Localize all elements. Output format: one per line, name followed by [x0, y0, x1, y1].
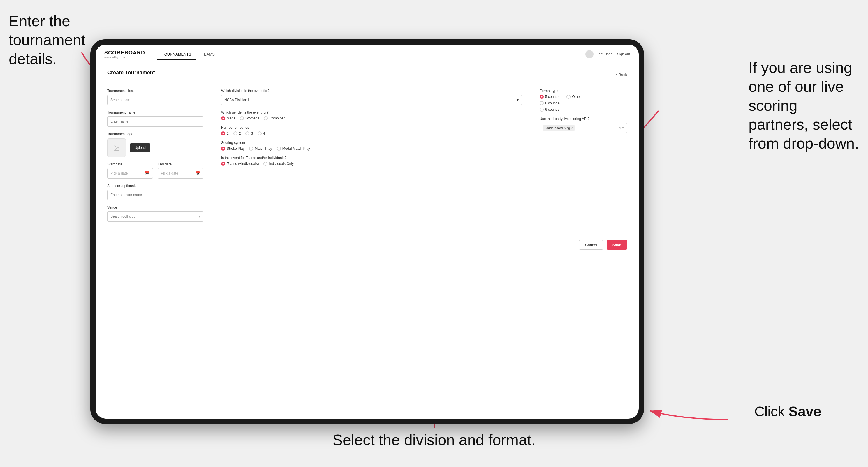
rounds-1[interactable]: 1: [221, 131, 229, 135]
format-group: Format type 5 count 4 Other: [539, 89, 627, 112]
live-scoring-label: Use third-party live scoring API?: [539, 117, 627, 121]
tournament-name-input[interactable]: [107, 116, 204, 127]
col-right: Format type 5 count 4 Other: [539, 89, 627, 227]
start-date-input[interactable]: Pick a date 📅: [107, 168, 153, 179]
format-6c4-label: 6 count 4: [545, 101, 559, 105]
gender-womens-radio[interactable]: [240, 116, 244, 120]
teams-teams-label: Teams (+Individuals): [227, 162, 259, 166]
teams-teams-radio[interactable]: [221, 162, 225, 166]
save-button[interactable]: Save: [607, 240, 627, 250]
annotation-bottom-right: Click Save: [754, 403, 859, 421]
scoring-stroke[interactable]: Stroke Play: [221, 147, 244, 151]
calendar-icon-end: 📅: [195, 171, 200, 176]
scoring-match[interactable]: Match Play: [249, 147, 272, 151]
gender-mens-radio[interactable]: [221, 116, 225, 120]
format-6c5-radio[interactable]: [539, 107, 544, 112]
search-team-input[interactable]: [107, 95, 204, 105]
tournament-logo-group: Tournament logo Upload: [107, 132, 204, 157]
scoring-medal-label: Medal Match Play: [282, 147, 310, 151]
tournament-host-wrapper: [107, 95, 204, 105]
teams-group: Is this event for Teams and/or Individua…: [221, 156, 522, 166]
cancel-button[interactable]: Cancel: [579, 240, 603, 250]
nav-teams[interactable]: TEAMS: [196, 50, 220, 60]
end-date-input[interactable]: Pick a date 📅: [158, 168, 204, 179]
venue-dropdown-icon: ▾: [199, 214, 200, 218]
date-row: Start date Pick a date 📅 End date Pick a…: [107, 162, 204, 179]
teams-individuals[interactable]: Individuals Only: [264, 162, 294, 166]
teams-teams[interactable]: Teams (+Individuals): [221, 162, 259, 166]
format-5c4[interactable]: 5 count 4: [539, 95, 559, 99]
format-5c4-radio[interactable]: [539, 95, 544, 99]
clear-icon[interactable]: ×: [619, 126, 621, 130]
division-select[interactable]: NCAA Division I ▾: [221, 95, 522, 105]
rounds-radio-group: 1 2 3 4: [221, 131, 522, 135]
logo-placeholder: [107, 138, 126, 157]
live-scoring-tag-value: Leaderboard King: [545, 126, 570, 130]
nav-tournaments[interactable]: TOURNAMENTS: [157, 50, 196, 60]
sponsor-input[interactable]: [107, 190, 204, 200]
rounds-1-radio[interactable]: [221, 131, 225, 135]
rounds-4-radio[interactable]: [257, 131, 262, 135]
tablet-screen: SCOREBOARD Powered by Clippit TOURNAMENT…: [96, 44, 639, 418]
scoring-match-radio[interactable]: [249, 147, 253, 151]
end-date-placeholder: Pick a date: [161, 171, 178, 176]
teams-label: Is this event for Teams and/or Individua…: [221, 156, 522, 160]
end-date-label: End date: [158, 162, 204, 166]
gender-combined-radio[interactable]: [264, 116, 268, 120]
scoring-radio-group: Stroke Play Match Play Medal Match Play: [221, 147, 522, 151]
rounds-2-radio[interactable]: [234, 131, 238, 135]
rounds-3-radio[interactable]: [245, 131, 249, 135]
rounds-1-label: 1: [227, 131, 229, 135]
division-dropdown-icon: ▾: [517, 98, 519, 102]
scoring-stroke-radio[interactable]: [221, 147, 225, 151]
live-scoring-tag-close[interactable]: ×: [571, 126, 573, 130]
logo-upload: Upload: [107, 138, 204, 157]
signout-link[interactable]: Sign out: [617, 52, 630, 56]
page-title: Create Tournament: [107, 70, 155, 80]
gender-womens[interactable]: Womens: [240, 116, 259, 120]
tournament-host-label: Tournament Host: [107, 89, 204, 93]
form-area: Tournament Host Tournament name Tourname…: [96, 80, 639, 236]
gender-combined[interactable]: Combined: [264, 116, 285, 120]
tournament-host-group: Tournament Host: [107, 89, 204, 105]
calendar-icon-start: 📅: [145, 171, 150, 176]
annotation-top-left: Enter the tournament details.: [9, 12, 102, 68]
format-6c4[interactable]: 6 count 4: [539, 101, 559, 105]
division-group: Which division is the event for? NCAA Di…: [221, 89, 522, 105]
dropdown-icon[interactable]: ▾: [622, 126, 624, 130]
scoring-stroke-label: Stroke Play: [227, 147, 244, 151]
rounds-4[interactable]: 4: [257, 131, 265, 135]
gender-label: Which gender is the event for?: [221, 111, 522, 115]
division-value: NCAA Division I: [224, 98, 249, 102]
col-mid: Which division is the event for? NCAA Di…: [221, 89, 522, 227]
format-6c4-radio[interactable]: [539, 101, 544, 105]
venue-input[interactable]: [107, 211, 204, 222]
gender-combined-label: Combined: [269, 116, 285, 120]
division-label: Which division is the event for?: [221, 89, 522, 93]
teams-individuals-radio[interactable]: [264, 162, 268, 166]
scoring-medal-match[interactable]: Medal Match Play: [277, 147, 310, 151]
scoring-medal-radio[interactable]: [277, 147, 281, 151]
annotation-bottom-center: Select the division and format.: [333, 431, 535, 449]
navbar: SCOREBOARD Powered by Clippit TOURNAMENT…: [96, 44, 639, 64]
format-6c5[interactable]: 6 count 5: [539, 107, 559, 112]
back-link[interactable]: Back: [615, 72, 627, 77]
tablet: SCOREBOARD Powered by Clippit TOURNAMENT…: [90, 39, 644, 424]
gender-womens-label: Womens: [245, 116, 259, 120]
format-row-2: 6 count 4: [539, 101, 627, 105]
live-scoring-tag: Leaderboard King ×: [543, 125, 575, 130]
avatar: [585, 50, 593, 58]
rounds-2[interactable]: 2: [234, 131, 241, 135]
scoring-match-label: Match Play: [255, 147, 272, 151]
start-date-label: Start date: [107, 162, 153, 166]
live-scoring-field[interactable]: Leaderboard King × × ▾: [539, 123, 627, 133]
rounds-3[interactable]: 3: [245, 131, 253, 135]
tournament-name-label: Tournament name: [107, 111, 204, 115]
format-other-radio[interactable]: [566, 95, 570, 99]
gender-mens[interactable]: Mens: [221, 116, 235, 120]
sponsor-label: Sponsor (optional): [107, 184, 204, 188]
tournament-logo-label: Tournament logo: [107, 132, 204, 136]
brand: SCOREBOARD Powered by Clippit: [104, 50, 145, 59]
format-other[interactable]: Other: [566, 95, 581, 99]
upload-button[interactable]: Upload: [130, 143, 150, 152]
